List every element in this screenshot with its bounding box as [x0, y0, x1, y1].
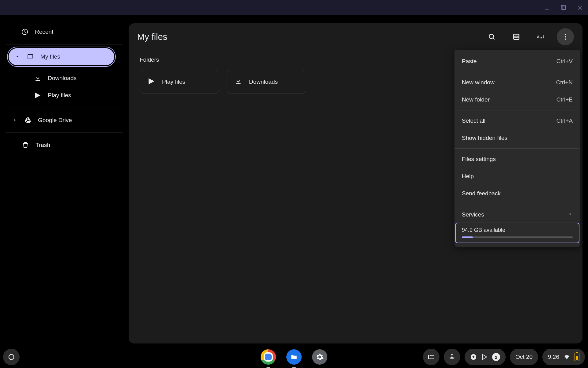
app-chrome[interactable]: [260, 349, 277, 365]
menu-label: Send feedback: [462, 190, 501, 197]
gear-icon: [312, 349, 327, 365]
divider: [454, 72, 580, 72]
menu-label: Show hidden files: [462, 135, 507, 141]
sidebar-item-recent[interactable]: Recent: [6, 23, 123, 40]
menu-label: Files settings: [462, 156, 496, 163]
sort-button[interactable]: AZ: [532, 28, 549, 45]
maximize-button[interactable]: [559, 3, 568, 12]
svg-point-15: [565, 34, 566, 35]
storage-fill: [462, 236, 473, 238]
menu-shortcut: Ctrl+V: [556, 58, 573, 65]
folder-card-play-files[interactable]: Play files: [140, 70, 219, 94]
menu-item-new-folder[interactable]: New folder Ctrl+E: [454, 91, 580, 108]
running-indicator: [292, 367, 296, 368]
svg-point-18: [9, 355, 14, 360]
laptop-icon: [26, 53, 34, 61]
storage-bar: [462, 236, 573, 238]
minimize-icon: [544, 5, 550, 11]
svg-rect-6: [28, 55, 33, 58]
app-settings[interactable]: [311, 349, 328, 365]
chevron-down-icon: [15, 55, 20, 59]
chrome-icon: [261, 349, 276, 365]
tray-status[interactable]: 9:26: [542, 349, 585, 365]
view-toggle-button[interactable]: [508, 28, 525, 45]
mic-icon: [448, 353, 456, 361]
folder-icon: [428, 353, 435, 361]
menu-item-show-hidden[interactable]: Show hidden files: [454, 129, 580, 147]
main-panel: My files AZ Folders Play files: [129, 23, 582, 343]
menu-item-paste[interactable]: Paste Ctrl+V: [454, 53, 580, 70]
search-button[interactable]: [483, 28, 500, 45]
menu-label: Paste: [462, 58, 477, 65]
menu-item-send-feedback[interactable]: Send feedback: [454, 185, 580, 202]
running-indicator: [266, 367, 270, 368]
divider: [6, 108, 123, 108]
trash-icon: [21, 141, 29, 149]
menu-item-files-settings[interactable]: Files settings: [454, 151, 580, 168]
sidebar-item-my-files[interactable]: My files: [9, 48, 114, 65]
divider: [454, 110, 580, 110]
svg-rect-19: [451, 354, 453, 358]
sidebar: Recent My files Downloads Play files: [0, 15, 129, 346]
sidebar-item-trash[interactable]: Trash: [6, 136, 123, 154]
svg-point-17: [565, 38, 566, 40]
menu-shortcut: Ctrl+E: [556, 96, 573, 103]
menu-shortcut: Ctrl+N: [556, 79, 573, 86]
date-label: Oct 20: [515, 354, 533, 360]
clock-icon: [21, 28, 29, 36]
shelf-status-area: 2 Oct 20 9:26: [423, 349, 585, 365]
more-options-button[interactable]: [557, 28, 574, 45]
folder-label: Play files: [162, 79, 185, 85]
sidebar-item-downloads[interactable]: Downloads: [6, 70, 123, 87]
tray-date[interactable]: Oct 20: [510, 349, 538, 365]
menu-label: New window: [462, 79, 495, 86]
more-options-menu: Paste Ctrl+V New window Ctrl+N New folde…: [454, 50, 580, 247]
more-vertical-icon: [561, 33, 569, 41]
wifi-icon: [564, 354, 570, 360]
sort-az-icon: AZ: [537, 33, 545, 41]
sidebar-label: Google Drive: [38, 117, 72, 124]
app-files[interactable]: [286, 349, 302, 365]
tray-notifications[interactable]: 2: [465, 349, 506, 365]
svg-rect-2: [562, 7, 565, 10]
main-header: My files AZ: [129, 23, 582, 50]
search-icon: [488, 33, 496, 41]
tray-mic-button[interactable]: [444, 349, 460, 365]
divider: [6, 44, 123, 44]
sidebar-item-play-files[interactable]: Play files: [6, 87, 123, 104]
menu-shortcut: Ctrl+A: [556, 117, 573, 124]
download-icon: [234, 77, 242, 87]
divider: [454, 148, 580, 149]
menu-item-storage[interactable]: 94.9 GB available: [456, 223, 579, 243]
battery-icon: [575, 353, 579, 361]
menu-item-select-all[interactable]: Select all Ctrl+A: [454, 112, 580, 129]
play-icon: [34, 91, 42, 99]
menu-label: Services: [462, 211, 484, 218]
svg-text:Z: Z: [540, 37, 542, 40]
folder-card-downloads[interactable]: Downloads: [227, 70, 306, 94]
menu-item-services[interactable]: Services: [454, 206, 580, 223]
play-notif-icon: [481, 354, 488, 360]
menu-item-help[interactable]: Help: [454, 168, 580, 185]
sidebar-item-google-drive[interactable]: Google Drive: [6, 112, 123, 129]
notifications-badge: 2: [492, 353, 500, 361]
time-label: 9:26: [548, 354, 559, 360]
sidebar-label: Play files: [48, 92, 71, 99]
sidebar-label: Recent: [35, 29, 53, 35]
close-icon: [577, 5, 583, 11]
menu-label: Help: [462, 173, 474, 180]
restore-icon: [560, 5, 567, 11]
menu-item-new-window[interactable]: New window Ctrl+N: [454, 74, 580, 91]
chevron-right-icon: [12, 118, 18, 122]
chevron-right-icon: [568, 211, 573, 218]
minimize-button[interactable]: [543, 3, 551, 12]
svg-rect-10: [514, 34, 519, 39]
tray-files-button[interactable]: [423, 349, 439, 365]
launcher-button[interactable]: [3, 349, 20, 365]
sidebar-label: My files: [40, 53, 60, 60]
window-titlebar: [0, 0, 588, 15]
launcher-icon: [8, 354, 15, 360]
play-icon: [147, 77, 155, 87]
close-button[interactable]: [576, 3, 584, 12]
shelf: 2 Oct 20 9:26: [0, 346, 588, 368]
